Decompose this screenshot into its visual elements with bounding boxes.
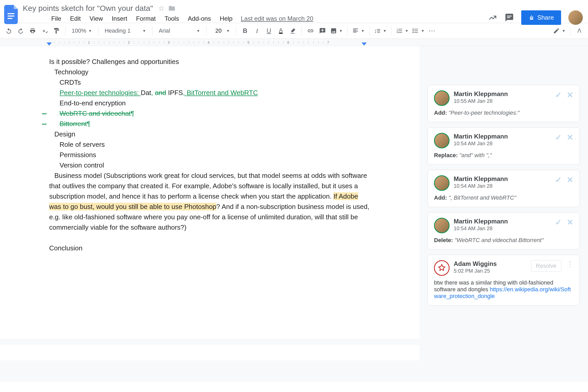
text-line: Version control <box>49 160 370 170</box>
reject-suggestion-icon[interactable]: ✕ <box>567 133 573 142</box>
text-color-button[interactable]: A <box>276 26 286 36</box>
comment-link[interactable]: https://en.wikipedia.org/wiki/Software_p… <box>434 286 571 299</box>
docs-logo[interactable] <box>3 3 20 26</box>
comment-card[interactable]: Martin Kleppmann10:54 AM Jan 28✓✕Add: ",… <box>428 170 580 207</box>
align-button[interactable]: ▼ <box>351 26 366 36</box>
hide-menus-button[interactable]: ᐱ <box>574 26 584 36</box>
accept-suggestion-icon[interactable]: ✓ <box>555 218 562 227</box>
text-line: Bittorrent¶ <box>49 119 90 129</box>
menu-view[interactable]: View <box>85 13 107 24</box>
reject-suggestion-icon[interactable]: ✕ <box>567 90 573 99</box>
commenter-avatar <box>434 218 450 233</box>
toolbar: 100%▼ Heading 1▼ Arial▼ ▼ B I U A ▼ ▼ ▼ … <box>0 23 588 39</box>
svg-rect-4 <box>507 17 510 18</box>
accept-suggestion-icon[interactable]: ✓ <box>555 90 562 99</box>
line-spacing-button[interactable]: ▼ <box>373 26 388 36</box>
svg-point-5 <box>413 28 414 30</box>
move-folder-icon[interactable] <box>168 5 175 12</box>
svg-rect-3 <box>507 16 512 17</box>
reject-suggestion-icon[interactable]: ✕ <box>567 175 573 184</box>
open-comments-icon[interactable] <box>505 13 514 22</box>
commenter-avatar <box>434 260 450 276</box>
star-icon[interactable]: ☆ <box>158 4 165 13</box>
editing-mode-button[interactable]: ▼ <box>552 26 567 36</box>
comment-card[interactable]: Martin Kleppmann10:54 AM Jan 28✓✕Delete:… <box>428 212 580 250</box>
comment-card[interactable]: Adam Wiggins5:02 PM Jan 25Resolve⋮btw th… <box>428 255 580 306</box>
document-title[interactable]: Key points sketch for "Own your data" <box>21 3 155 13</box>
more-icon[interactable]: ⋮ <box>567 260 573 272</box>
comment-time: 5:02 PM Jan 25 <box>454 268 497 274</box>
spellcheck-button[interactable] <box>39 26 50 36</box>
account-avatar[interactable] <box>568 10 583 25</box>
italic-button[interactable]: I <box>252 26 262 36</box>
insert-image-button[interactable]: ▼ <box>329 26 344 36</box>
menu-bar: File Edit View Insert Format Tools Add-o… <box>21 13 488 24</box>
text-line: End-to-end encryption <box>49 98 370 108</box>
text-line: Is it possible? Challenges and opportuni… <box>49 56 370 67</box>
text-line: Peer-to-peer technologies: Dat, and IPFS… <box>49 88 370 98</box>
menu-file[interactable]: File <box>47 13 65 24</box>
font-size-input[interactable]: ▼ <box>210 26 232 36</box>
font-dropdown[interactable]: Arial▼ <box>156 26 203 36</box>
commenter-avatar <box>434 133 450 148</box>
share-button[interactable]: Share <box>521 10 561 25</box>
comment-time: 10:55 AM Jan 28 <box>454 98 508 104</box>
commenter-avatar <box>434 175 450 191</box>
print-button[interactable] <box>27 26 38 36</box>
svg-point-6 <box>413 30 414 31</box>
more-tools-button[interactable]: ⋯ <box>427 26 437 36</box>
text-paragraph: Business model (Subscriptions work great… <box>49 170 370 233</box>
menu-insert[interactable]: Insert <box>108 13 131 24</box>
comment-card[interactable]: Martin Kleppmann10:54 AM Jan 28✓✕Replace… <box>428 127 580 165</box>
text-line: Conclusion <box>49 243 370 253</box>
menu-tools[interactable]: Tools <box>160 13 183 24</box>
underline-button[interactable]: U <box>264 26 274 36</box>
comment-card[interactable]: Martin Kleppmann10:55 AM Jan 28✓✕Add: "P… <box>428 85 580 122</box>
style-dropdown[interactable]: Heading 1▼ <box>102 26 149 36</box>
text-line: Technology <box>49 67 370 77</box>
svg-rect-0 <box>8 13 14 14</box>
resolve-button[interactable]: Resolve <box>531 260 561 272</box>
insert-link-button[interactable] <box>305 26 316 36</box>
menu-format[interactable]: Format <box>132 13 160 24</box>
text-line: WebRTC and videochat¶ <box>49 108 134 119</box>
text-line: CRDTs <box>49 77 370 88</box>
ruler[interactable]: 1234567 <box>0 39 588 46</box>
undo-button[interactable] <box>4 26 14 36</box>
commenter-name: Martin Kleppmann <box>454 175 508 183</box>
svg-rect-2 <box>8 18 12 19</box>
svg-point-7 <box>413 32 414 33</box>
paint-format-button[interactable] <box>51 26 62 36</box>
share-label: Share <box>537 14 554 21</box>
reject-suggestion-icon[interactable]: ✕ <box>567 218 573 227</box>
comments-panel: Martin Kleppmann10:55 AM Jan 28✓✕Add: "P… <box>419 46 588 382</box>
svg-rect-1 <box>8 16 14 17</box>
bold-button[interactable]: B <box>240 26 250 36</box>
text-line: Permissions <box>49 150 370 160</box>
numbered-list-button[interactable]: ▼ <box>395 26 410 36</box>
text-line: Role of servers <box>49 139 370 150</box>
menu-addons[interactable]: Add-ons <box>184 13 215 24</box>
document-page[interactable]: Is it possible? Challenges and opportuni… <box>0 46 419 339</box>
redo-button[interactable] <box>16 26 26 36</box>
accept-suggestion-icon[interactable]: ✓ <box>555 133 562 142</box>
commenter-name: Martin Kleppmann <box>454 133 508 140</box>
comment-time: 10:54 AM Jan 28 <box>454 141 508 147</box>
highlight-button[interactable] <box>288 26 298 36</box>
activity-icon[interactable] <box>488 13 497 22</box>
comment-time: 10:54 AM Jan 28 <box>454 183 508 189</box>
add-comment-button[interactable] <box>317 26 328 36</box>
document-page[interactable] <box>0 345 419 360</box>
accept-suggestion-icon[interactable]: ✓ <box>555 175 562 184</box>
commenter-avatar <box>434 90 450 106</box>
menu-edit[interactable]: Edit <box>66 13 85 24</box>
commenter-name: Martin Kleppmann <box>454 90 508 98</box>
bulleted-list-button[interactable]: ▼ <box>411 26 425 36</box>
text-line: Design <box>49 129 370 139</box>
last-edit-link[interactable]: Last edit was on March 20 <box>241 15 313 22</box>
menu-help[interactable]: Help <box>216 13 237 24</box>
commenter-name: Adam Wiggins <box>454 260 497 267</box>
comment-time: 10:54 AM Jan 28 <box>454 226 508 231</box>
commenter-name: Martin Kleppmann <box>454 218 508 225</box>
zoom-dropdown[interactable]: 100%▼ <box>69 26 94 36</box>
